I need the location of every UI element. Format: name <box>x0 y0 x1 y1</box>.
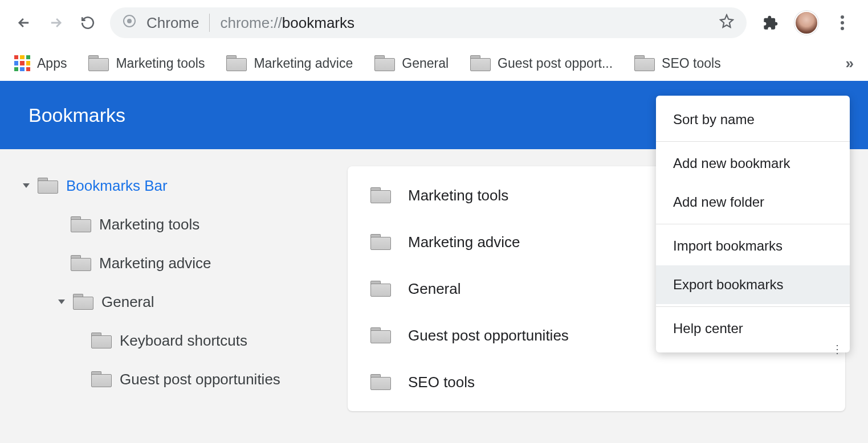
forward-button[interactable] <box>46 13 66 32</box>
organize-menu: Sort by name Add new bookmark Add new fo… <box>656 96 850 352</box>
folder-icon <box>370 327 391 343</box>
extensions-icon[interactable] <box>759 11 782 34</box>
list-item-label: General <box>408 280 461 298</box>
chrome-menu-icon[interactable] <box>831 11 854 34</box>
sidebar: Bookmarks Bar Marketing tools Marketing … <box>0 149 348 443</box>
tree-item[interactable]: Keyboard shortcuts <box>79 321 336 360</box>
list-item-label: Marketing tools <box>408 187 508 204</box>
bookmarks-bar: Apps Marketing tools Marketing advice Ge… <box>0 46 868 81</box>
svg-point-4 <box>841 27 844 30</box>
menu-label: Export bookmarks <box>673 277 783 293</box>
menu-label: Add new bookmark <box>673 155 790 171</box>
bookmark-bar-label: Marketing tools <box>116 56 205 71</box>
apps-button[interactable]: Apps <box>14 55 67 71</box>
folder-icon <box>71 255 91 271</box>
page-title: Bookmarks <box>28 104 125 126</box>
bookmark-bar-item[interactable]: Marketing advice <box>226 55 353 71</box>
menu-help-center[interactable]: Help center <box>656 309 850 348</box>
folder-icon <box>370 281 391 297</box>
tree-label: Keyboard shortcuts <box>120 332 247 350</box>
bookmark-bar-overflow[interactable]: » <box>846 55 854 72</box>
bookmark-bar-label: Guest post opport... <box>498 56 613 71</box>
svg-point-2 <box>841 15 844 19</box>
tree-item[interactable]: Marketing advice <box>58 244 336 282</box>
browser-toolbar: Chrome chrome://bookmarks <box>0 0 868 46</box>
folder-icon <box>634 55 655 71</box>
apps-icon <box>14 55 30 71</box>
menu-divider <box>656 141 850 142</box>
folder-icon <box>91 371 112 387</box>
bookmark-bar-label: SEO tools <box>662 56 721 71</box>
omnibox-chrome-label: Chrome <box>146 14 199 32</box>
folder-icon <box>470 55 491 71</box>
menu-label: Import bookmarks <box>673 238 783 254</box>
folder-icon <box>88 55 109 71</box>
site-info-icon[interactable] <box>123 14 136 32</box>
menu-label: Sort by name <box>673 112 755 128</box>
apps-label: Apps <box>37 56 67 71</box>
list-item-label: SEO tools <box>408 374 475 391</box>
omnibox-url: chrome://bookmarks <box>220 14 354 32</box>
kebab-icon: ⋮ <box>832 342 844 356</box>
tree-label: General <box>101 293 154 311</box>
menu-export-bookmarks[interactable]: Export bookmarks <box>656 265 850 304</box>
tree-label: Marketing tools <box>99 216 199 233</box>
tree-label: Bookmarks Bar <box>66 177 168 195</box>
folder-icon <box>73 294 93 310</box>
folder-icon <box>370 187 391 203</box>
tree-item[interactable]: Guest post opportunities <box>79 360 336 399</box>
folder-icon <box>226 55 247 71</box>
svg-point-3 <box>841 21 844 24</box>
profile-avatar[interactable] <box>794 11 818 35</box>
address-bar[interactable]: Chrome chrome://bookmarks <box>110 7 747 38</box>
bookmark-bar-label: General <box>402 56 449 71</box>
menu-label: Add new folder <box>673 194 764 210</box>
svg-point-1 <box>127 19 132 23</box>
tree-item[interactable]: Marketing tools <box>58 205 336 244</box>
tree-label: Marketing advice <box>99 255 211 272</box>
menu-sort-by-name[interactable]: Sort by name <box>656 100 850 139</box>
folder-icon <box>370 374 391 390</box>
folder-icon <box>71 216 91 232</box>
list-item-label: Guest post opportunities <box>408 327 569 344</box>
reload-button[interactable] <box>78 13 97 32</box>
bookmark-star-icon[interactable] <box>719 14 734 32</box>
chevron-down-icon[interactable] <box>58 300 65 304</box>
tree-root-bookmarks-bar[interactable]: Bookmarks Bar <box>23 166 336 205</box>
bookmark-bar-item[interactable]: SEO tools <box>634 55 721 71</box>
folder-icon <box>91 333 112 348</box>
list-item[interactable]: SEO tools <box>348 359 845 405</box>
bookmark-bar-label: Marketing advice <box>254 56 353 71</box>
menu-label: Help center <box>673 321 743 337</box>
bookmark-bar-item[interactable]: Guest post opport... <box>470 55 613 71</box>
menu-divider <box>656 224 850 224</box>
menu-add-folder[interactable]: Add new folder <box>656 183 850 222</box>
bookmark-bar-item[interactable]: General <box>374 55 449 71</box>
menu-add-bookmark[interactable]: Add new bookmark <box>656 144 850 183</box>
list-item-label: Marketing advice <box>408 233 520 251</box>
menu-divider <box>656 306 850 307</box>
back-button[interactable] <box>14 13 34 32</box>
tree-label: Guest post opportunities <box>120 371 280 388</box>
folder-icon <box>38 178 58 194</box>
folder-icon <box>370 234 391 250</box>
menu-import-bookmarks[interactable]: Import bookmarks <box>656 227 850 265</box>
tree-item-general[interactable]: General <box>58 282 336 321</box>
bookmark-bar-item[interactable]: Marketing tools <box>88 55 205 71</box>
chevron-down-icon[interactable] <box>23 183 30 188</box>
omnibox-separator <box>209 14 210 32</box>
folder-icon <box>374 55 395 71</box>
